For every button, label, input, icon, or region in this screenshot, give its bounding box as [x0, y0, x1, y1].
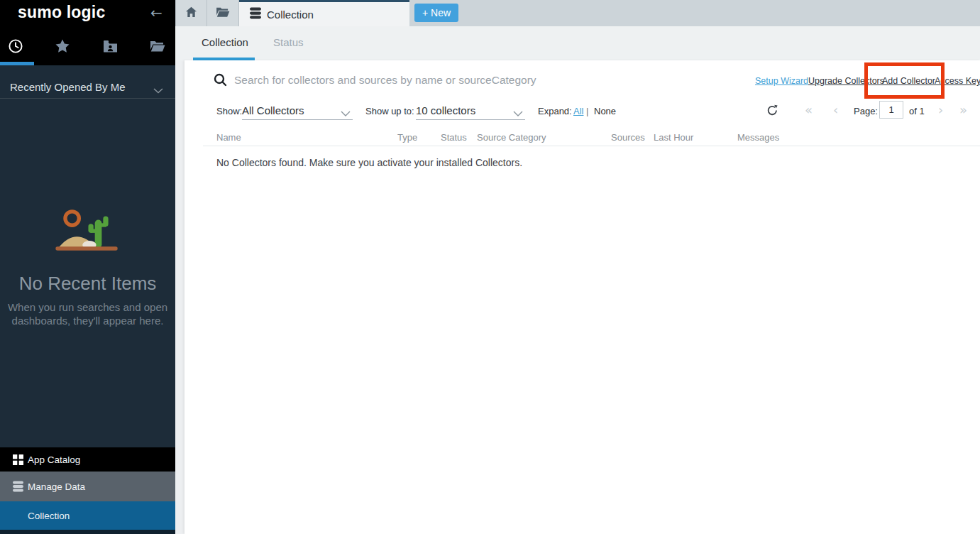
show-filter-dropdown[interactable]: All Collectors: [242, 104, 304, 116]
collection-panel: [185, 60, 980, 534]
app-window: sumo logic ← Recently Opened By Me: [0, 0, 980, 534]
tab-label: Collection: [267, 9, 314, 21]
first-page-button[interactable]: «: [805, 102, 813, 117]
empty-table-message: No Collectors found. Make sure you activ…: [216, 157, 522, 168]
previous-page-button[interactable]: ‹: [833, 102, 838, 117]
favorites-star-icon[interactable]: [54, 38, 71, 55]
table-header-divider: [203, 146, 980, 146]
sidebar-item-label: App Catalog: [28, 454, 80, 465]
column-header-status: Status: [441, 132, 467, 143]
sumo-logic-logo: sumo logic: [18, 3, 105, 22]
add-collector-link[interactable]: Add Collector: [882, 76, 935, 86]
dropdown-underline: [416, 119, 525, 120]
sidebar-item-app-catalog[interactable]: App Catalog: [0, 447, 175, 472]
column-header-last-hour: Last Hour: [654, 132, 693, 143]
empty-state-subtitle-line1: When you run searches and open: [0, 301, 175, 313]
refresh-icon[interactable]: [766, 104, 778, 119]
sidebar-item-label: Manage Data: [28, 481, 85, 492]
chevron-down-icon[interactable]: [513, 107, 523, 120]
show-up-to-label: Show up to:: [365, 106, 414, 116]
last-page-button[interactable]: »: [959, 102, 967, 117]
active-nav-underline: [0, 62, 34, 65]
column-header-type: Type: [397, 132, 417, 143]
folder-icon: [216, 6, 230, 21]
sidebar-header: sumo logic ←: [0, 0, 175, 65]
column-header-name: Name: [216, 132, 241, 143]
expand-all-link[interactable]: All: [573, 106, 583, 116]
recently-opened-dropdown[interactable]: Recently Opened By Me: [0, 70, 175, 99]
page-label: Page:: [854, 106, 878, 116]
next-page-button[interactable]: ›: [938, 102, 943, 117]
personal-folder-icon[interactable]: [101, 38, 119, 55]
upgrade-collectors-link[interactable]: Upgrade Collectors: [808, 76, 884, 86]
page-number-input[interactable]: [879, 101, 903, 119]
chevron-down-icon[interactable]: [341, 107, 351, 120]
sidebar-item-manage-data[interactable]: Manage Data: [0, 472, 175, 501]
tab-collection[interactable]: Collection: [239, 0, 409, 26]
expand-label: Expand:: [538, 106, 572, 116]
no-recent-items-title: No Recent Items: [0, 273, 175, 295]
home-icon: [185, 6, 197, 21]
tab-collection-page[interactable]: Collection: [202, 36, 248, 48]
search-icon: [214, 73, 227, 89]
page-total-label: of 1: [909, 106, 925, 116]
new-button[interactable]: + New: [414, 4, 458, 22]
collapse-sidebar-icon[interactable]: ←: [150, 4, 163, 21]
column-header-sources: Sources: [611, 132, 645, 143]
column-header-messages: Messages: [737, 132, 779, 143]
desert-empty-state-illustration: [53, 207, 122, 257]
database-icon: [13, 481, 23, 492]
column-header-source-category: Source Category: [477, 132, 546, 143]
recents-clock-icon[interactable]: [7, 38, 24, 55]
library-folder-icon[interactable]: [149, 38, 166, 55]
show-filter-label: Show:: [216, 106, 242, 116]
empty-state-subtitle-line2: dashboards, they'll appear here.: [0, 315, 175, 327]
sidebar: sumo logic ← Recently Opened By Me: [0, 0, 175, 534]
sidebar-item-collection[interactable]: Collection: [0, 501, 175, 530]
panel-gutter: [175, 60, 185, 534]
home-button[interactable]: [175, 0, 207, 26]
dropdown-underline: [242, 119, 353, 120]
recently-opened-label: Recently Opened By Me: [10, 81, 126, 93]
show-up-to-dropdown[interactable]: 10 collectors: [416, 104, 475, 116]
expand-separator: |: [586, 106, 588, 116]
sidebar-next-item-edge: [0, 530, 175, 534]
search-input[interactable]: [234, 72, 724, 89]
tab-status-page[interactable]: Status: [273, 36, 304, 48]
expand-none-link[interactable]: None: [594, 106, 616, 116]
library-tab-button[interactable]: [207, 0, 239, 26]
grid-icon: [13, 454, 23, 465]
database-icon: [250, 7, 261, 22]
chevron-down-icon: [153, 84, 163, 97]
sidebar-item-label: Collection: [28, 511, 70, 521]
setup-wizard-link[interactable]: Setup Wizard: [755, 76, 808, 86]
access-keys-link[interactable]: Access Keys: [935, 76, 980, 86]
